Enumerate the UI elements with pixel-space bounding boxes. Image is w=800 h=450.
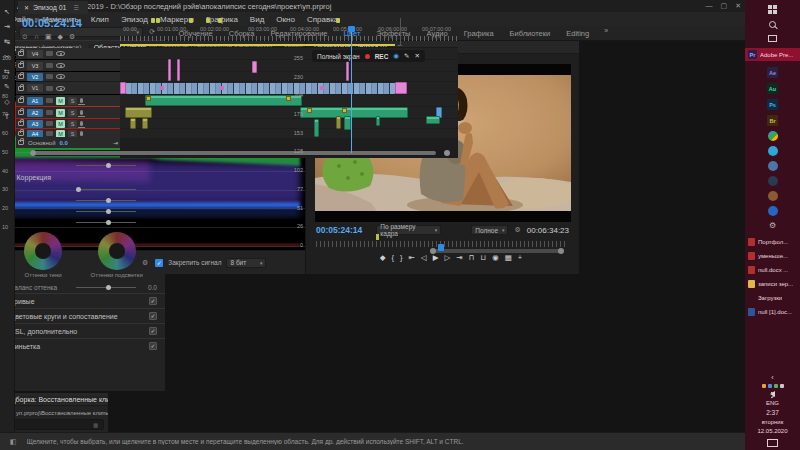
taskbar-window-button[interactable]: Загрузки	[745, 292, 800, 304]
transport-button[interactable]: +	[518, 253, 522, 263]
mute-button[interactable]: M	[56, 97, 65, 105]
clip-audio[interactable]	[142, 118, 148, 129]
taskbar-window-button[interactable]: Портфол...	[745, 236, 800, 248]
scroll-zoom-handle-right[interactable]	[444, 150, 450, 156]
clip-video-v1[interactable]	[126, 82, 395, 94]
track-name-button[interactable]: A1	[27, 97, 43, 105]
highlight-tint-wheel[interactable]	[98, 232, 136, 270]
tool-button[interactable]: ⇥	[4, 23, 10, 31]
timeline-playhead[interactable]	[351, 31, 352, 153]
voiceover-mic-icon[interactable]	[80, 121, 83, 126]
clip-graphic[interactable]	[252, 61, 257, 73]
taskbar-window-button[interactable]: null [1].doc...	[745, 306, 800, 318]
lock-icon[interactable]	[18, 98, 24, 103]
panel-menu-icon[interactable]: ☰	[70, 4, 81, 11]
timeline-toggle-icon[interactable]: ▣	[45, 33, 52, 41]
work-area-bar[interactable]	[120, 44, 395, 46]
minimize-button[interactable]: —	[706, 2, 713, 10]
master-gain-value[interactable]: 0.0	[60, 140, 68, 146]
camera-icon[interactable]: ◉	[393, 52, 399, 60]
sequence-marker[interactable]	[189, 18, 193, 23]
close-button[interactable]: ✕	[735, 2, 741, 10]
clock-time[interactable]: 2:37	[766, 409, 779, 416]
workspace-overflow-icon[interactable]: »	[598, 27, 614, 40]
clip-audio[interactable]	[314, 119, 319, 137]
section-checkbox[interactable]	[149, 327, 157, 335]
track-visibility-eye-icon[interactable]	[56, 51, 65, 56]
correction-slider[interactable]	[76, 200, 136, 201]
source-patch-icon[interactable]	[46, 63, 53, 68]
lock-icon[interactable]	[18, 131, 24, 136]
track-visibility-eye-icon[interactable]	[56, 86, 65, 91]
correction-header[interactable]: Коррекция	[17, 174, 51, 181]
program-current-timecode[interactable]: 00:05:24:14	[316, 225, 362, 235]
clip-graphic[interactable]	[346, 61, 349, 81]
track-name-button[interactable]: V1	[27, 84, 43, 92]
project-search-input[interactable]: ▥	[4, 419, 104, 430]
section-checkbox[interactable]	[149, 297, 157, 305]
fit-dropdown[interactable]: По размеру кадра▾	[376, 225, 441, 235]
mute-button[interactable]: M	[56, 109, 65, 117]
taskbar-app-icon[interactable]: Ae	[767, 67, 778, 78]
transport-button[interactable]: ▦	[505, 253, 512, 263]
solo-button[interactable]: S	[68, 97, 77, 105]
workspace-tab[interactable]: Графика	[457, 27, 501, 40]
maximize-button[interactable]: ▢	[721, 2, 728, 10]
transport-button[interactable]: ◆	[380, 253, 386, 263]
solo-button[interactable]: S	[68, 109, 77, 117]
quality-dropdown[interactable]: Полное▾	[471, 225, 508, 235]
tray-expand-chevron-icon[interactable]: ‹	[771, 374, 773, 381]
language-indicator[interactable]: ENG	[766, 400, 779, 406]
track-name-button[interactable]: A2	[27, 109, 43, 117]
lumetri-section[interactable]: HSL, дополнительно	[2, 323, 165, 338]
scroll-zoom-handle-left[interactable]	[30, 150, 36, 156]
tab-close-icon[interactable]: ✕	[24, 4, 29, 11]
clip-audio[interactable]	[426, 116, 440, 124]
tint-balance-slider[interactable]	[76, 287, 136, 288]
tray-icons[interactable]	[762, 384, 784, 388]
lumetri-section[interactable]: Кривые	[2, 293, 165, 308]
taskbar-app-icon[interactable]	[768, 191, 778, 201]
settings-gear-icon[interactable]: ⚙	[769, 221, 776, 230]
monitor-sequence-marker[interactable]	[376, 234, 379, 240]
taskbar-app-icon[interactable]	[768, 146, 778, 156]
section-checkbox[interactable]	[149, 312, 157, 320]
clip-audio[interactable]	[376, 116, 380, 126]
tool-button[interactable]: ↹	[4, 38, 10, 46]
lumetri-section[interactable]: Виньетка	[2, 338, 165, 353]
source-patch-icon[interactable]	[46, 110, 53, 115]
transport-button[interactable]: ⊓	[469, 253, 475, 263]
taskbar-active-app[interactable]: Pr Adobe Pre...	[745, 48, 800, 61]
clip-audio[interactable]	[130, 118, 136, 129]
source-patch-icon[interactable]	[46, 51, 53, 56]
clip-audio-a1[interactable]	[145, 95, 302, 106]
lock-icon[interactable]	[18, 121, 24, 126]
lock-icon[interactable]	[18, 74, 24, 79]
clock-date[interactable]: 12.05.2020	[757, 428, 787, 434]
lock-icon[interactable]	[18, 63, 24, 68]
fit-sequence-icon[interactable]: ⇥	[113, 139, 118, 146]
sequence-tab[interactable]: ✕ Эпизод 01 ☰	[18, 1, 88, 14]
timeline-tracks-area[interactable]	[120, 48, 458, 158]
intensity-slider[interactable]	[76, 165, 136, 166]
lock-icon[interactable]	[18, 86, 24, 91]
transport-button[interactable]: {	[392, 253, 395, 263]
timeline-horizontal-scrollbar[interactable]	[30, 150, 450, 156]
search-filter-icon[interactable]: ▥	[91, 422, 100, 428]
transport-button[interactable]: }	[400, 253, 403, 263]
timeline-toggle-icon[interactable]: ⚙	[69, 33, 75, 41]
source-patch-icon[interactable]	[46, 74, 53, 79]
timeline-toggle-icon[interactable]: ◆	[58, 33, 63, 41]
project-bin-tab[interactable]: подборка: Восстановленные клипы	[2, 396, 108, 403]
bit-depth-dropdown[interactable]: 8 бит▾	[226, 258, 266, 268]
source-patch-icon[interactable]	[46, 86, 53, 91]
source-patch-icon[interactable]	[46, 131, 53, 136]
timeline-toggle-icon[interactable]: ⊙	[22, 33, 28, 41]
taskbar-app-icon[interactable]	[768, 161, 778, 171]
taskbar-app-icon[interactable]	[768, 131, 778, 141]
mute-button[interactable]: M	[56, 120, 65, 128]
sequence-marker[interactable]	[151, 18, 155, 23]
taskbar-app-icon[interactable]: Br	[767, 115, 778, 126]
volume-icon[interactable]	[770, 391, 775, 397]
clip-graphic[interactable]	[177, 59, 180, 81]
